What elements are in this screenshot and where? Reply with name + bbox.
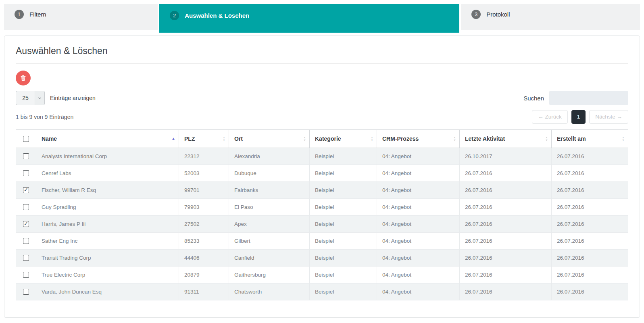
cell-letzte_aktivitaet: 26.07.2016 — [460, 266, 552, 283]
cell-kategorie: Beispiel — [310, 249, 377, 266]
cell-name: Varda, John Duncan Esq — [36, 283, 179, 300]
cell-kategorie: Beispiel — [310, 198, 377, 215]
cell-kategorie: Beispiel — [310, 181, 377, 198]
cell-erstellt_am: 26.07.2016 — [552, 249, 628, 266]
row-checkbox-cell — [16, 165, 36, 181]
step-label: Filtern — [29, 11, 46, 18]
row-checkbox[interactable] — [23, 170, 29, 176]
row-checkbox-cell — [16, 232, 36, 249]
row-checkbox-cell — [16, 198, 36, 215]
cell-plz: 52003 — [179, 165, 229, 181]
sort-icon: ▲▼ — [303, 136, 306, 141]
cell-plz: 99701 — [179, 181, 229, 198]
select-all-checkbox[interactable] — [23, 136, 29, 142]
table-row: Cenref Labs52003DubuqueBeispiel04: Angeb… — [16, 165, 628, 181]
column-header-plz[interactable]: PLZ▲▼ — [179, 129, 229, 148]
page-length-select[interactable]: 25 — [16, 91, 45, 105]
cell-ort: Fairbanks — [229, 181, 310, 198]
sort-icon: ▲▼ — [223, 136, 225, 141]
cell-letzte_aktivitaet: 26.10.2017 — [460, 148, 552, 165]
cell-erstellt_am: 26.07.2016 — [552, 283, 628, 300]
cell-plz: 27502 — [179, 215, 229, 232]
cell-crm_prozess: 04: Angebot — [377, 198, 460, 215]
row-checkbox-cell — [16, 266, 36, 283]
cell-erstellt_am: 26.07.2016 — [552, 215, 628, 232]
row-checkbox-cell — [16, 249, 36, 266]
sort-icon: ▲▼ — [371, 136, 373, 141]
row-checkbox[interactable] — [23, 289, 29, 295]
cell-plz: 91311 — [179, 283, 229, 300]
entries-show-label: Einträge anzeigen — [50, 95, 96, 101]
column-header-ort[interactable]: Ort▲▼ — [229, 129, 310, 148]
column-label: CRM-Prozess — [382, 135, 419, 142]
page-length-value: 25 — [16, 91, 35, 105]
tab-auswaehlen-loeschen[interactable]: 2 Auswählen & Löschen — [159, 4, 459, 33]
previous-page-button[interactable]: ← Zurück — [532, 110, 568, 124]
cell-erstellt_am: 26.07.2016 — [552, 232, 628, 249]
cell-kategorie: Beispiel — [310, 266, 377, 283]
row-checkbox-cell — [16, 215, 36, 232]
search-input[interactable] — [549, 91, 628, 105]
sort-icon: ▲▼ — [545, 136, 548, 141]
cell-erstellt_am: 26.07.2016 — [552, 198, 628, 215]
column-header-letzte_aktivitaet[interactable]: Letzte Aktivität▲▼ — [460, 129, 552, 148]
column-header-erstellt_am[interactable]: Erstellt am▲▼ — [552, 129, 628, 148]
cell-plz: 20879 — [179, 266, 229, 283]
cell-letzte_aktivitaet: 26.07.2016 — [460, 232, 552, 249]
cell-kategorie: Beispiel — [310, 148, 377, 165]
cell-kategorie: Beispiel — [310, 165, 377, 181]
table-row: Transit Trading Corp44406CanfieldBeispie… — [16, 249, 628, 266]
cell-kategorie: Beispiel — [310, 215, 377, 232]
step-number-badge: 2 — [170, 11, 179, 20]
tab-filtern[interactable]: 1 Filtern — [4, 4, 158, 30]
cell-crm_prozess: 04: Angebot — [377, 232, 460, 249]
trash-icon — [20, 75, 27, 81]
entries-info-text: 1 bis 9 von 9 Einträgen — [16, 114, 73, 120]
row-checkbox-cell — [16, 148, 36, 165]
page-title: Auswählen & Löschen — [16, 42, 628, 64]
cell-erstellt_am: 26.07.2016 — [552, 165, 628, 181]
current-page-button[interactable]: 1 — [571, 110, 586, 124]
search-label: Suchen — [523, 95, 544, 102]
column-header-name[interactable]: Name▲ — [36, 129, 179, 148]
table-row: Analysts International Corp22312Alexandr… — [16, 148, 628, 165]
tab-protokoll[interactable]: 3 Protokoll — [461, 4, 640, 30]
step-label: Protokoll — [486, 11, 510, 18]
cell-crm_prozess: 04: Angebot — [377, 181, 460, 198]
table-row: True Electric Corp20879GaithersburgBeisp… — [16, 266, 628, 283]
row-checkbox[interactable] — [23, 153, 29, 159]
cell-ort: Gilbert — [229, 232, 310, 249]
sort-icon: ▲▼ — [622, 136, 625, 141]
cell-name: True Electric Corp — [36, 266, 179, 283]
next-page-button[interactable]: Nächste → — [589, 110, 628, 124]
row-checkbox[interactable] — [23, 221, 29, 227]
row-checkbox-cell — [16, 181, 36, 198]
cell-name: Transit Trading Corp — [36, 249, 179, 266]
column-header-kategorie[interactable]: Kategorie▲▼ — [310, 129, 377, 148]
row-checkbox[interactable] — [23, 187, 29, 193]
table-body: Analysts International Corp22312Alexandr… — [16, 148, 628, 300]
table-row: Fischer, William R Esq99701FairbanksBeis… — [16, 181, 628, 198]
column-label: PLZ — [184, 135, 195, 142]
cell-name: Fischer, William R Esq — [36, 181, 179, 198]
chevron-down-icon — [35, 91, 44, 105]
row-checkbox[interactable] — [23, 238, 29, 244]
cell-letzte_aktivitaet: 26.07.2016 — [460, 181, 552, 198]
row-checkbox[interactable] — [23, 255, 29, 261]
table-row: Guy Spradling79903El PasoBeispiel04: Ang… — [16, 198, 628, 215]
cell-ort: Canfield — [229, 249, 310, 266]
table-row: Sather Eng Inc85233GilbertBeispiel04: An… — [16, 232, 628, 249]
table-header-row: Name▲PLZ▲▼Ort▲▼Kategorie▲▼CRM-Prozess▲▼L… — [16, 129, 628, 148]
column-header-crm_prozess[interactable]: CRM-Prozess▲▼ — [377, 129, 460, 148]
delete-selected-button[interactable] — [16, 71, 31, 85]
records-table: Name▲PLZ▲▼Ort▲▼Kategorie▲▼CRM-Prozess▲▼L… — [16, 129, 628, 300]
sort-icon: ▲▼ — [453, 136, 456, 141]
row-checkbox[interactable] — [23, 272, 29, 278]
cell-name: Sather Eng Inc — [36, 232, 179, 249]
main-panel: Auswählen & Löschen 25 Ei — [4, 35, 640, 318]
cell-ort: Gaithersburg — [229, 266, 310, 283]
cell-letzte_aktivitaet: 26.07.2016 — [460, 215, 552, 232]
cell-name: Guy Spradling — [36, 198, 179, 215]
row-checkbox[interactable] — [23, 204, 29, 210]
cell-name: Cenref Labs — [36, 165, 179, 181]
